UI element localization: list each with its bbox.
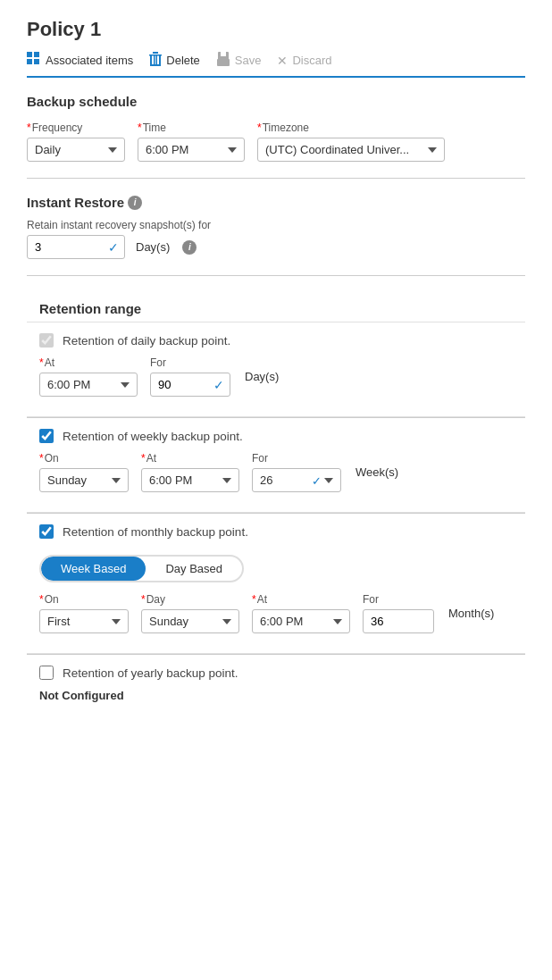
weekly-retention-header: Retention of weekly backup point. bbox=[39, 429, 513, 443]
svg-rect-0 bbox=[27, 52, 32, 57]
daily-form-row: At 6:00 PM For ✓ Day(s) bbox=[39, 356, 513, 397]
svg-rect-12 bbox=[221, 52, 226, 56]
day-based-button[interactable]: Day Based bbox=[146, 557, 242, 581]
frequency-label: Frequency bbox=[27, 121, 125, 134]
monthly-checkbox[interactable] bbox=[39, 524, 54, 539]
monthly-retention-section: Retention of monthly backup point. Week … bbox=[27, 514, 525, 654]
time-select[interactable]: 6:00 PM bbox=[138, 138, 245, 162]
monthly-day-select[interactable]: Sunday bbox=[141, 609, 239, 633]
yearly-retention-header: Retention of yearly backup point. bbox=[39, 666, 513, 680]
frequency-select[interactable]: Daily bbox=[27, 138, 125, 162]
backup-schedule-title: Backup schedule bbox=[27, 94, 525, 109]
delete-label: Delete bbox=[166, 54, 200, 67]
daily-for-label: For bbox=[150, 356, 230, 369]
weekly-for-label: For bbox=[252, 452, 341, 465]
week-based-button[interactable]: Week Based bbox=[41, 557, 146, 581]
grid-icon bbox=[27, 52, 41, 69]
monthly-for-group: For bbox=[363, 593, 434, 633]
not-configured-label: Not Configured bbox=[39, 689, 513, 702]
instant-restore-title-text: Instant Restore bbox=[27, 195, 124, 210]
svg-rect-3 bbox=[34, 59, 39, 64]
weekly-unit: Week(s) bbox=[355, 465, 398, 479]
weekly-for-select[interactable]: 26 bbox=[252, 468, 341, 492]
daily-for-input-wrap: ✓ bbox=[150, 373, 230, 397]
weekly-for-group: For 26 ✓ bbox=[252, 452, 341, 492]
weekly-at-select[interactable]: 6:00 PM bbox=[141, 468, 239, 492]
monthly-retention-header: Retention of monthly backup point. bbox=[39, 524, 513, 539]
svg-rect-5 bbox=[153, 52, 158, 54]
monthly-on-select[interactable]: First bbox=[39, 609, 129, 633]
weekly-form-row: On Sunday At 6:00 PM For 26 bbox=[39, 452, 513, 492]
discard-button[interactable]: ✕ Discard bbox=[277, 54, 331, 68]
monthly-retention-label: Retention of monthly backup point. bbox=[63, 525, 248, 539]
discard-icon: ✕ bbox=[277, 54, 288, 68]
weekly-at-label: At bbox=[141, 452, 239, 465]
weekly-retention-section: Retention of weekly backup point. On Sun… bbox=[27, 418, 525, 513]
yearly-retention-label: Retention of yearly backup point. bbox=[63, 666, 238, 680]
monthly-for-label: For bbox=[363, 593, 434, 606]
delete-icon bbox=[149, 52, 162, 69]
instant-restore-section: Instant Restore i Retain instant recover… bbox=[27, 195, 525, 259]
retention-range-section: Retention range Retention of daily backu… bbox=[27, 292, 525, 713]
svg-rect-9 bbox=[154, 55, 155, 64]
toolbar: Associated items Delete Save ✕ Discard bbox=[27, 52, 525, 78]
monthly-day-group: Day Sunday bbox=[141, 593, 239, 633]
monthly-at-select[interactable]: 6:00 PM bbox=[252, 609, 350, 633]
daily-unit: Day(s) bbox=[245, 370, 279, 383]
svg-rect-8 bbox=[150, 64, 161, 66]
retention-range-title: Retention range bbox=[27, 292, 525, 322]
snapshot-input-wrap: ✓ bbox=[27, 235, 125, 259]
svg-rect-10 bbox=[156, 55, 158, 64]
monthly-form-row: On First Day Sunday At 6:00 PM bbox=[39, 593, 513, 633]
weekly-at-group: At 6:00 PM bbox=[141, 452, 239, 492]
timezone-group: Timezone (UTC) Coordinated Univer... bbox=[257, 121, 445, 162]
svg-rect-13 bbox=[217, 59, 230, 66]
week-day-toggle: Week Based Day Based bbox=[39, 555, 244, 582]
snapshot-info-icon[interactable]: i bbox=[182, 240, 197, 255]
daily-checkbox[interactable] bbox=[39, 333, 54, 348]
svg-rect-2 bbox=[27, 59, 32, 64]
retain-label: Retain instant recovery snapshot(s) for bbox=[27, 219, 525, 231]
daily-retention-header: Retention of daily backup point. bbox=[39, 333, 513, 348]
instant-restore-header: Instant Restore i bbox=[27, 195, 525, 210]
daily-at-select[interactable]: 6:00 PM bbox=[39, 373, 138, 397]
monthly-on-group: On First bbox=[39, 593, 129, 633]
associated-items-button[interactable]: Associated items bbox=[27, 52, 133, 69]
svg-rect-6 bbox=[150, 55, 152, 65]
timezone-label: Timezone bbox=[257, 121, 445, 134]
daily-at-label: At bbox=[39, 356, 138, 369]
daily-retention-label: Retention of daily backup point. bbox=[63, 334, 230, 348]
svg-rect-1 bbox=[34, 52, 39, 57]
delete-button[interactable]: Delete bbox=[149, 52, 200, 69]
monthly-day-label: Day bbox=[141, 593, 239, 606]
backup-schedule-section: Backup schedule Frequency Daily Time 6:0… bbox=[27, 94, 525, 162]
save-label: Save bbox=[235, 54, 262, 67]
frequency-group: Frequency Daily bbox=[27, 121, 125, 162]
discard-label: Discard bbox=[292, 54, 331, 67]
snapshot-unit: Day(s) bbox=[136, 240, 170, 254]
save-icon bbox=[216, 52, 230, 69]
instant-restore-info-icon[interactable]: i bbox=[128, 196, 142, 210]
timezone-select[interactable]: (UTC) Coordinated Univer... bbox=[257, 138, 445, 162]
snapshot-check-icon: ✓ bbox=[108, 240, 119, 255]
yearly-checkbox[interactable] bbox=[39, 666, 54, 680]
monthly-on-label: On bbox=[39, 593, 129, 606]
weekly-on-select[interactable]: Sunday bbox=[39, 468, 129, 492]
yearly-retention-section: Retention of yearly backup point. Not Co… bbox=[27, 655, 525, 713]
weekly-on-label: On bbox=[39, 452, 129, 465]
weekly-on-group: On Sunday bbox=[39, 452, 129, 492]
associated-items-label: Associated items bbox=[46, 54, 133, 67]
monthly-for-input[interactable] bbox=[363, 609, 434, 633]
daily-for-check-icon: ✓ bbox=[213, 378, 224, 392]
monthly-at-group: At 6:00 PM bbox=[252, 593, 350, 633]
daily-at-group: At 6:00 PM bbox=[39, 356, 138, 397]
save-button[interactable]: Save bbox=[216, 52, 262, 69]
weekly-for-select-wrap: 26 ✓ bbox=[252, 468, 341, 492]
time-label: Time bbox=[138, 121, 245, 134]
weekly-checkbox[interactable] bbox=[39, 429, 54, 443]
monthly-unit: Month(s) bbox=[448, 607, 494, 620]
page-title: Policy 1 bbox=[27, 18, 525, 41]
time-group: Time 6:00 PM bbox=[138, 121, 245, 162]
weekly-retention-label: Retention of weekly backup point. bbox=[63, 430, 243, 443]
daily-retention-section: Retention of daily backup point. At 6:00… bbox=[27, 322, 525, 417]
